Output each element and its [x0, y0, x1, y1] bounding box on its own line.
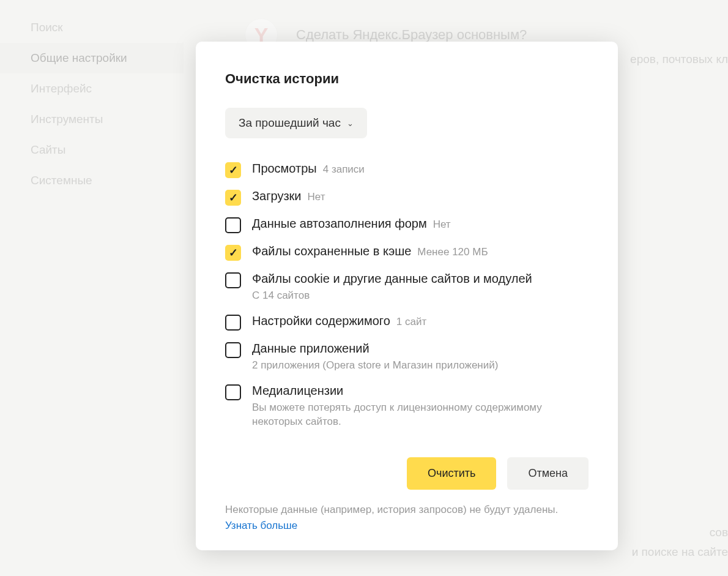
- option-label: Настройки содержимого: [252, 314, 390, 328]
- checkbox-cache[interactable]: [225, 245, 241, 261]
- option-cookies: Файлы cookie и другие данные сайтов и мо…: [225, 272, 589, 303]
- option-label: Данные приложений: [252, 342, 370, 356]
- cancel-button[interactable]: Отмена: [507, 457, 589, 490]
- option-sub: 4 записи: [323, 163, 365, 176]
- option-content-settings: Настройки содержимого 1 сайт: [225, 314, 589, 331]
- option-media-licenses: Медиалицензии Вы можете потерять доступ …: [225, 384, 589, 430]
- checkbox-autofill[interactable]: [225, 217, 241, 233]
- learn-more-link[interactable]: Узнать больше: [225, 520, 297, 531]
- footer-note: Некоторые данные (например, история запр…: [225, 502, 589, 533]
- options-list: Просмотры 4 записи Загрузки Нет Данные а…: [225, 162, 589, 429]
- clear-button[interactable]: Очистить: [407, 457, 496, 490]
- checkbox-views[interactable]: [225, 162, 241, 178]
- option-sub: Нет: [308, 191, 325, 203]
- dialog-buttons: Очистить Отмена: [225, 457, 589, 490]
- option-label: Файлы cookie и другие данные сайтов и мо…: [252, 272, 532, 286]
- footer-note-text: Некоторые данные (например, история запр…: [225, 504, 558, 515]
- checkbox-cookies[interactable]: [225, 272, 241, 288]
- option-app-data: Данные приложений 2 приложения (Opera st…: [225, 342, 589, 373]
- option-sub: С 14 сайтов: [252, 288, 532, 303]
- time-range-value: За прошедший час: [239, 116, 341, 130]
- option-label: Просмотры: [252, 162, 317, 176]
- option-sub: Нет: [433, 219, 451, 231]
- dialog-title: Очистка истории: [225, 71, 589, 87]
- time-range-select[interactable]: За прошедший час ⌄: [225, 108, 367, 138]
- option-sub: 2 приложения (Opera store и Магазин прил…: [252, 358, 498, 373]
- checkbox-media-licenses[interactable]: [225, 384, 241, 400]
- clear-history-dialog: Очистка истории За прошедший час ⌄ Просм…: [196, 42, 618, 550]
- option-label: Файлы сохраненные в кэше: [252, 244, 411, 258]
- option-views: Просмотры 4 записи: [225, 162, 589, 178]
- chevron-down-icon: ⌄: [347, 119, 354, 128]
- option-label: Данные автозаполнения форм: [252, 217, 427, 231]
- option-sub: Вы можете потерять доступ к лицензионном…: [252, 400, 558, 430]
- option-autofill: Данные автозаполнения форм Нет: [225, 217, 589, 233]
- checkbox-content-settings[interactable]: [225, 315, 241, 331]
- checkbox-app-data[interactable]: [225, 342, 241, 358]
- checkbox-downloads[interactable]: [225, 190, 241, 206]
- option-downloads: Загрузки Нет: [225, 189, 589, 206]
- option-label: Загрузки: [252, 189, 302, 203]
- option-sub: Менее 120 МБ: [417, 246, 488, 258]
- option-cache: Файлы сохраненные в кэше Менее 120 МБ: [225, 244, 589, 261]
- option-sub: 1 сайт: [396, 316, 426, 328]
- option-label: Медиалицензии: [252, 384, 343, 398]
